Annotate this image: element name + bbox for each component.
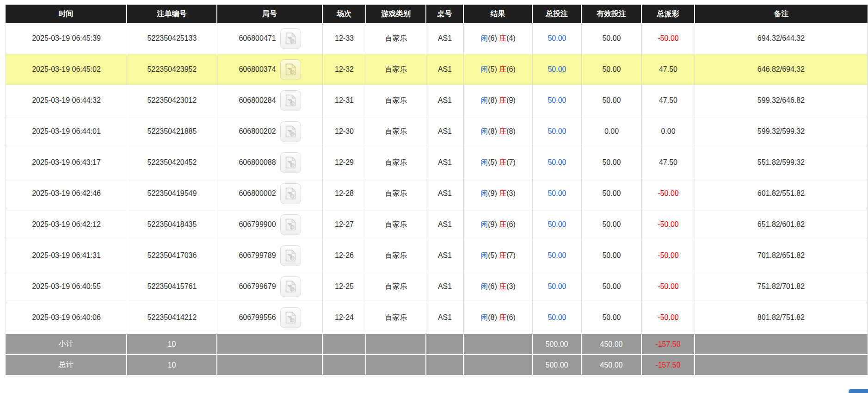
- subtotal-label: 小计: [6, 333, 127, 354]
- round-number: 606800202: [239, 127, 276, 136]
- result-player-score: (8): [488, 313, 497, 321]
- table-row: 2025-03-19 06:40:55 522350415761 6067996…: [6, 271, 868, 302]
- total-bet-link[interactable]: 50.00: [548, 96, 566, 104]
- header-valid-bet: 有效投注: [582, 5, 642, 23]
- video-replay-icon: [283, 311, 297, 324]
- table-row: 2025-03-19 06:45:39 522350425133 6068004…: [6, 23, 868, 54]
- cell-session: 12-33: [323, 23, 366, 54]
- cell-remark: 701.82/651.82: [695, 240, 868, 271]
- cell-result: 闲(9) 庄(6): [464, 209, 533, 240]
- cell-total-bet: 50.00: [533, 147, 582, 178]
- header-total-bet: 总投注: [533, 5, 582, 23]
- table-row: 2025-03-19 06:45:02 522350423952 6068003…: [6, 54, 868, 85]
- round-number: 606799679: [239, 282, 276, 291]
- cell-round-id: 606800374: [217, 54, 323, 85]
- cell-total-bet: 50.00: [533, 85, 582, 116]
- result-player-score: (5): [488, 158, 497, 166]
- cell-round-id: 606800088: [217, 147, 323, 178]
- result-player-label: 闲: [480, 313, 488, 321]
- cell-result: 闲(8) 庄(8): [464, 116, 533, 147]
- cell-game-type: 百家乐: [366, 54, 426, 85]
- total-bet-link[interactable]: 50.00: [548, 313, 566, 321]
- cell-time: 2025-03-19 06:40:06: [6, 302, 127, 333]
- result-banker-label: 庄: [499, 220, 506, 228]
- video-replay-icon: [283, 187, 297, 200]
- result-banker-label: 庄: [499, 313, 506, 321]
- subtotal-valid-bet: 450.00: [582, 333, 642, 354]
- header-row: 时间 注单编号 局号 场次 游戏类别 桌号 结果 总投注 有效投注 总派彩 备注: [6, 5, 868, 23]
- result-banker-label: 庄: [499, 65, 506, 73]
- result-banker-score: (9): [506, 96, 516, 104]
- cell-table-id: AS1: [426, 178, 464, 209]
- cell-valid-bet: 50.00: [582, 54, 642, 85]
- result-banker-score: (6): [506, 65, 516, 73]
- cell-valid-bet: 50.00: [582, 85, 642, 116]
- total-bet-link[interactable]: 50.00: [548, 220, 566, 228]
- total-bet-link[interactable]: 50.00: [548, 282, 566, 290]
- result-player-label: 闲: [480, 189, 488, 197]
- cell-total-bet: 50.00: [533, 23, 582, 54]
- subtotal-empty-table: [426, 333, 464, 354]
- cell-total-bet: 50.00: [533, 209, 582, 240]
- subtotal-count: 10: [127, 333, 217, 354]
- cell-valid-bet: 50.00: [582, 178, 642, 209]
- video-replay-icon: [283, 218, 297, 231]
- video-replay-button[interactable]: [280, 276, 301, 297]
- video-replay-button[interactable]: [280, 183, 301, 204]
- cell-payout: 0.00: [642, 116, 695, 147]
- cell-payout: -50.00: [642, 271, 695, 302]
- grand-total-empty-remark: [695, 354, 868, 375]
- subtotal-empty-session: [323, 333, 366, 354]
- cell-round-id: 606799679: [217, 271, 323, 302]
- cell-game-type: 百家乐: [366, 178, 426, 209]
- result-banker-score: (3): [506, 189, 516, 197]
- cell-total-bet: 50.00: [533, 116, 582, 147]
- header-round-id: 局号: [217, 5, 323, 23]
- result-player-label: 闲: [480, 65, 488, 73]
- cell-result: 闲(6) 庄(3): [464, 271, 533, 302]
- total-bet-link[interactable]: 50.00: [548, 65, 566, 73]
- total-bet-link[interactable]: 50.00: [548, 189, 566, 197]
- result-banker-label: 庄: [499, 96, 506, 104]
- bet-history-table: 时间 注单编号 局号 场次 游戏类别 桌号 结果 总投注 有效投注 总派彩 备注…: [6, 5, 868, 375]
- video-replay-button[interactable]: [280, 307, 301, 328]
- result-player-score: (8): [488, 96, 497, 104]
- cell-result: 闲(9) 庄(3): [464, 178, 533, 209]
- video-replay-button[interactable]: [280, 59, 301, 80]
- cell-result: 闲(8) 庄(6): [464, 302, 533, 333]
- video-replay-button[interactable]: [280, 28, 301, 49]
- cell-game-type: 百家乐: [366, 147, 426, 178]
- total-bet-link[interactable]: 50.00: [548, 34, 566, 42]
- cell-round-id: 606800471: [217, 23, 323, 54]
- cell-session: 12-27: [323, 209, 366, 240]
- result-banker-score: (8): [506, 127, 516, 135]
- video-replay-button[interactable]: [280, 245, 301, 266]
- video-replay-button[interactable]: [280, 90, 301, 111]
- cell-total-bet: 50.00: [533, 54, 582, 85]
- cell-payout: -50.00: [642, 23, 695, 54]
- cell-total-bet: 50.00: [533, 302, 582, 333]
- round-number: 606800471: [239, 34, 276, 43]
- grand-total-count: 10: [127, 354, 217, 375]
- total-bet-link[interactable]: 50.00: [548, 251, 566, 259]
- video-replay-button[interactable]: [280, 121, 301, 142]
- result-banker-label: 庄: [499, 127, 506, 135]
- subtotal-payout: -157.50: [642, 333, 695, 354]
- header-bet-id: 注单编号: [127, 5, 217, 23]
- total-bet-link[interactable]: 50.00: [548, 127, 566, 135]
- total-bet-link[interactable]: 50.00: [548, 158, 566, 166]
- cell-payout: 47.50: [642, 85, 695, 116]
- bottom-right-action-button[interactable]: [849, 389, 868, 393]
- cell-result: 闲(5) 庄(6): [464, 54, 533, 85]
- result-banker-label: 庄: [499, 282, 506, 290]
- result-banker-score: (7): [506, 158, 516, 166]
- cell-valid-bet: 50.00: [582, 302, 642, 333]
- cell-table-id: AS1: [426, 23, 464, 54]
- grand-total-total-bet: 500.00: [533, 354, 582, 375]
- video-replay-button[interactable]: [280, 214, 301, 235]
- cell-game-type: 百家乐: [366, 271, 426, 302]
- cell-payout: 47.50: [642, 147, 695, 178]
- cell-result: 闲(5) 庄(7): [464, 147, 533, 178]
- result-player-score: (6): [488, 34, 497, 42]
- video-replay-button[interactable]: [280, 152, 301, 173]
